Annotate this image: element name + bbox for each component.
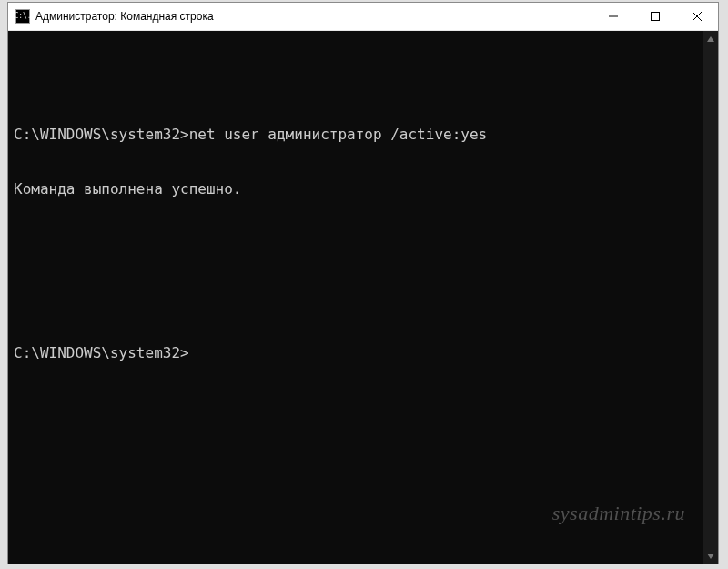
scroll-down-button[interactable]: [703, 548, 718, 564]
close-icon: [693, 12, 702, 21]
cmd-icon-text: C:\.: [14, 13, 31, 20]
svg-marker-4: [707, 36, 714, 42]
chevron-down-icon: [707, 554, 714, 559]
scroll-up-button[interactable]: [703, 31, 718, 46]
blank-line: [14, 71, 697, 89]
cmd-icon: C:\.: [15, 9, 30, 24]
terminal-output[interactable]: C:\WINDOWS\system32>net user администрат…: [8, 31, 703, 564]
maximize-icon: [651, 12, 660, 21]
terminal-line-response: Команда выполнена успешно.: [14, 180, 697, 198]
minimize-button[interactable]: [592, 3, 634, 30]
svg-rect-1: [652, 13, 660, 21]
titlebar[interactable]: C:\. Администратор: Командная строка: [8, 3, 718, 31]
minimize-icon: [609, 12, 618, 21]
client-area: C:\WINDOWS\system32>net user администрат…: [8, 31, 718, 564]
cmd-window: C:\. Администратор: Командная строка C:\…: [7, 2, 719, 564]
blank-line: [14, 235, 697, 253]
maximize-button[interactable]: [634, 3, 676, 30]
svg-marker-5: [707, 554, 714, 559]
close-button[interactable]: [676, 3, 718, 30]
blank-line: [14, 290, 697, 308]
terminal-line-command: C:\WINDOWS\system32>net user администрат…: [14, 126, 697, 144]
terminal-line-prompt: C:\WINDOWS\system32>: [14, 344, 697, 362]
chevron-up-icon: [707, 36, 714, 42]
window-title: Администратор: Командная строка: [35, 10, 214, 23]
vertical-scrollbar[interactable]: [703, 31, 718, 564]
